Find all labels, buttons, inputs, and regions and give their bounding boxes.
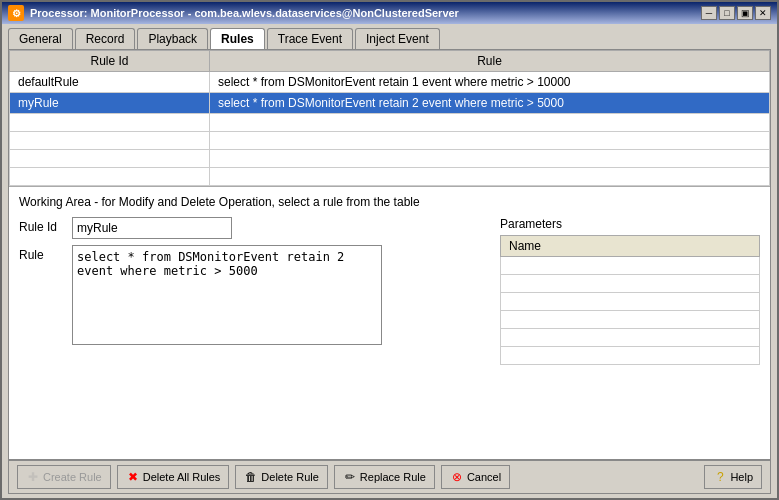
- close-button[interactable]: ✕: [755, 6, 771, 20]
- rule-textarea[interactable]: select * from DSMonitorEvent retain 2 ev…: [72, 245, 382, 345]
- tab-trace-event[interactable]: Trace Event: [267, 28, 353, 49]
- cell-rule-id: myRule: [10, 93, 210, 114]
- delete-rule-label: Delete Rule: [261, 471, 318, 483]
- rule-id-label: Rule Id: [19, 217, 64, 234]
- delete-rule-button[interactable]: 🗑 Delete Rule: [235, 465, 327, 489]
- replace-rule-label: Replace Rule: [360, 471, 426, 483]
- params-row: [501, 347, 760, 365]
- rules-table: Rule Id Rule defaultRule select * from D…: [9, 50, 770, 186]
- params-row: [501, 257, 760, 275]
- create-rule-icon: ✚: [26, 470, 40, 484]
- minimize-button[interactable]: ─: [701, 6, 717, 20]
- table-row[interactable]: [10, 114, 770, 132]
- table-row[interactable]: [10, 150, 770, 168]
- delete-all-label: Delete All Rules: [143, 471, 221, 483]
- rule-id-input[interactable]: [72, 217, 232, 239]
- tab-record[interactable]: Record: [75, 28, 136, 49]
- working-body: Rule Id Rule select * from DSMonitorEven…: [19, 217, 760, 451]
- params-panel: Parameters Name: [500, 217, 760, 451]
- delete-rule-icon: 🗑: [244, 470, 258, 484]
- replace-rule-button[interactable]: ✏ Replace Rule: [334, 465, 435, 489]
- rule-row: Rule select * from DSMonitorEvent retain…: [19, 245, 490, 345]
- left-form: Rule Id Rule select * from DSMonitorEven…: [19, 217, 490, 451]
- create-rule-button[interactable]: ✚ Create Rule: [17, 465, 111, 489]
- table-row[interactable]: defaultRule select * from DSMonitorEvent…: [10, 72, 770, 93]
- working-area: Working Area - for Modify and Delete Ope…: [9, 187, 770, 459]
- table-row[interactable]: myRule select * from DSMonitorEvent reta…: [10, 93, 770, 114]
- app-icon: ⚙: [8, 5, 24, 21]
- cell-rule: select * from DSMonitorEvent retain 1 ev…: [210, 72, 770, 93]
- params-table: Name: [500, 235, 760, 365]
- params-row: [501, 311, 760, 329]
- delete-all-icon: ✖: [126, 470, 140, 484]
- maximize-button[interactable]: □: [719, 6, 735, 20]
- rules-table-wrapper: Rule Id Rule defaultRule select * from D…: [9, 50, 770, 187]
- params-col-name: Name: [501, 236, 760, 257]
- main-window: ⚙ Processor: MonitorProcessor - com.bea.…: [0, 0, 779, 500]
- cancel-icon: ⊗: [450, 470, 464, 484]
- delete-all-rules-button[interactable]: ✖ Delete All Rules: [117, 465, 230, 489]
- working-area-title: Working Area - for Modify and Delete Ope…: [19, 195, 760, 209]
- restore-button[interactable]: ▣: [737, 6, 753, 20]
- col-rule: Rule: [210, 51, 770, 72]
- col-rule-id: Rule Id: [10, 51, 210, 72]
- cell-rule: select * from DSMonitorEvent retain 2 ev…: [210, 93, 770, 114]
- tab-general[interactable]: General: [8, 28, 73, 49]
- params-row: [501, 329, 760, 347]
- cell-rule-id: defaultRule: [10, 72, 210, 93]
- content-area: Rule Id Rule defaultRule select * from D…: [8, 49, 771, 460]
- bottom-toolbar: ✚ Create Rule ✖ Delete All Rules 🗑 Delet…: [8, 460, 771, 494]
- tabs-bar: General Record Playback Rules Trace Even…: [2, 24, 777, 49]
- params-row: [501, 275, 760, 293]
- tab-inject-event[interactable]: Inject Event: [355, 28, 440, 49]
- params-title: Parameters: [500, 217, 760, 231]
- tab-rules[interactable]: Rules: [210, 28, 265, 49]
- rule-label: Rule: [19, 245, 64, 262]
- rule-id-row: Rule Id: [19, 217, 490, 239]
- help-button[interactable]: ? Help: [704, 465, 762, 489]
- help-icon: ?: [713, 470, 727, 484]
- title-bar: ⚙ Processor: MonitorProcessor - com.bea.…: [2, 2, 777, 24]
- cancel-button[interactable]: ⊗ Cancel: [441, 465, 510, 489]
- create-rule-label: Create Rule: [43, 471, 102, 483]
- tab-playback[interactable]: Playback: [137, 28, 208, 49]
- table-row[interactable]: [10, 168, 770, 186]
- replace-rule-icon: ✏: [343, 470, 357, 484]
- cancel-label: Cancel: [467, 471, 501, 483]
- table-row[interactable]: [10, 132, 770, 150]
- window-title: Processor: MonitorProcessor - com.bea.wl…: [30, 7, 459, 19]
- params-row: [501, 293, 760, 311]
- help-label: Help: [730, 471, 753, 483]
